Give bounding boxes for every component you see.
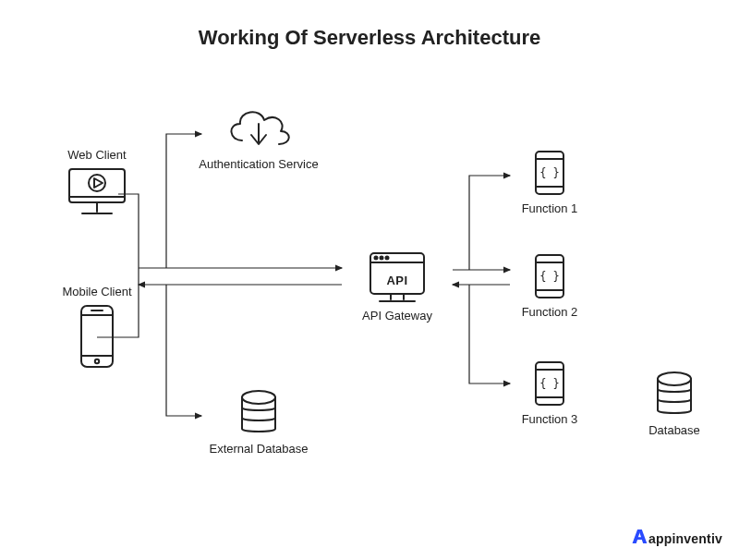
brand-logo: A appinventiv (632, 527, 722, 547)
brand-initial: A (632, 527, 647, 547)
brand-rest: appinventiv (648, 531, 722, 546)
diagram-edges (0, 0, 739, 560)
